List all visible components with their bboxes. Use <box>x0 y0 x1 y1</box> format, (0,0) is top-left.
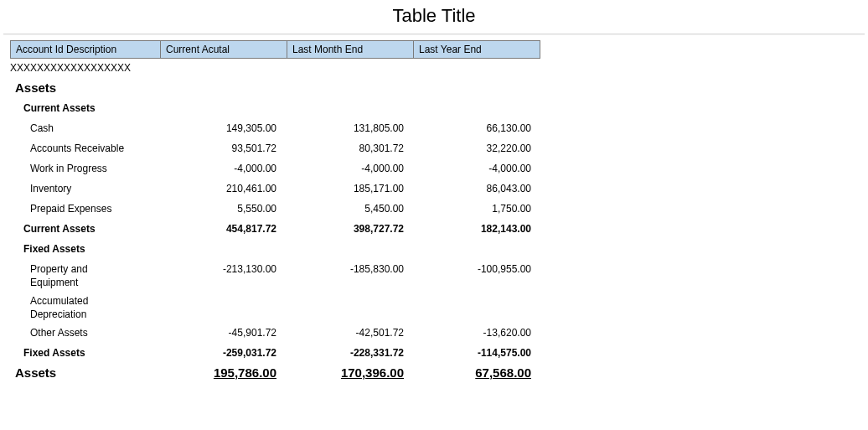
report-body: Assets Current Assets Cash 149,305.00 13… <box>10 79 868 384</box>
table-row: Other Assets -45,901.72 -42,501.72 -13,6… <box>10 324 868 344</box>
section-title-row: Assets <box>10 79 868 99</box>
title-divider <box>3 34 865 35</box>
subtotal-row: Fixed Assets -259,031.72 -228,331.72 -11… <box>10 344 868 364</box>
table-row: Accumulated Depreciation <box>10 292 868 324</box>
grand-total-current: 195,786.00 <box>171 364 298 382</box>
header-account-description: Account Id Description <box>10 40 161 59</box>
report-page: Table Title Account Id Description Curre… <box>0 0 868 430</box>
header-last-year-end: Last Year End <box>413 40 540 59</box>
table-row: Cash 149,305.00 131,805.00 66,130.00 <box>10 119 868 139</box>
placeholder-row: XXXXXXXXXXXXXXXXXX <box>0 62 868 74</box>
row-value-last-month: 5,450.00 <box>298 199 426 218</box>
row-value-last-month: -42,501.72 <box>298 324 426 342</box>
row-label: Work in Progress <box>10 159 171 178</box>
row-label: Cash <box>10 119 171 137</box>
row-value-last-month: 80,301.72 <box>298 139 426 158</box>
row-value-current <box>171 292 298 297</box>
row-value-current: -213,130.00 <box>171 260 298 278</box>
row-label: Accumulated Depreciation <box>10 292 111 324</box>
subtotal-label: Fixed Assets <box>10 344 171 362</box>
row-value-last-month <box>298 292 426 297</box>
page-title: Table Title <box>0 0 868 34</box>
row-value-last-year: 86,043.00 <box>426 179 553 198</box>
group-title: Fixed Assets <box>10 240 171 258</box>
section-title: Assets <box>10 79 171 97</box>
grand-total-last-year: 67,568.00 <box>426 364 553 382</box>
row-value-current: 5,550.00 <box>171 199 298 218</box>
row-value-last-year: -4,000.00 <box>426 159 553 178</box>
row-value-last-month: 131,805.00 <box>298 119 426 137</box>
header-last-month-end: Last Month End <box>287 40 414 59</box>
table-row: Property and Equipment -213,130.00 -185,… <box>10 260 868 292</box>
row-value-last-month: -4,000.00 <box>298 159 426 178</box>
row-value-last-year: 66,130.00 <box>426 119 553 137</box>
table-row: Work in Progress -4,000.00 -4,000.00 -4,… <box>10 159 868 179</box>
grand-total-last-month: 170,396.00 <box>298 364 426 382</box>
row-value-last-month: 185,171.00 <box>298 179 426 198</box>
grand-total-label: Assets <box>10 364 171 382</box>
table-row: Accounts Receivable 93,501.72 80,301.72 … <box>10 139 868 159</box>
table-row: Prepaid Expenses 5,550.00 5,450.00 1,750… <box>10 199 868 220</box>
row-value-last-month: -185,830.00 <box>298 260 426 278</box>
row-value-current: 210,461.00 <box>171 179 298 198</box>
subtotal-value-current: -259,031.72 <box>171 344 298 362</box>
row-value-current: -45,901.72 <box>171 324 298 342</box>
header-current-actual: Current Acutal <box>160 40 287 59</box>
group-title-row: Current Assets <box>10 99 868 119</box>
row-value-last-year <box>426 292 553 297</box>
row-label: Property and Equipment <box>10 260 111 292</box>
column-headers: Account Id Description Current Acutal La… <box>10 40 868 59</box>
row-value-current: 149,305.00 <box>171 119 298 137</box>
grand-total-row: Assets 195,786.00 170,396.00 67,568.00 <box>10 364 868 384</box>
row-label: Inventory <box>10 179 171 198</box>
row-value-last-year: 1,750.00 <box>426 199 553 218</box>
subtotal-row: Current Assets 454,817.72 398,727.72 182… <box>10 220 868 240</box>
row-label: Accounts Receivable <box>10 139 171 158</box>
row-value-last-year: -13,620.00 <box>426 324 553 342</box>
row-value-current: 93,501.72 <box>171 139 298 158</box>
group-title-row: Fixed Assets <box>10 240 868 260</box>
subtotal-value-last-month: 398,727.72 <box>298 220 426 238</box>
row-label: Prepaid Expenses <box>10 199 171 218</box>
subtotal-value-last-month: -228,331.72 <box>298 344 426 362</box>
group-title: Current Assets <box>10 99 171 117</box>
row-label: Other Assets <box>10 324 171 342</box>
row-value-last-year: 32,220.00 <box>426 139 553 158</box>
subtotal-label: Current Assets <box>10 220 171 238</box>
subtotal-value-current: 454,817.72 <box>171 220 298 238</box>
subtotal-value-last-year: -114,575.00 <box>426 344 553 362</box>
row-value-current: -4,000.00 <box>171 159 298 178</box>
subtotal-value-last-year: 182,143.00 <box>426 220 553 238</box>
row-value-last-year: -100,955.00 <box>426 260 553 278</box>
table-row: Inventory 210,461.00 185,171.00 86,043.0… <box>10 179 868 199</box>
